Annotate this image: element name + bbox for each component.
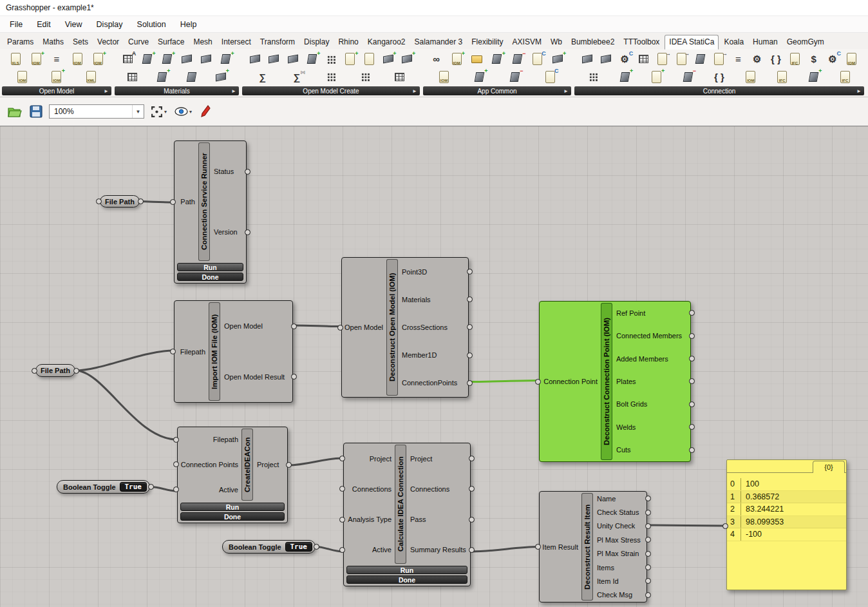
output-port-status[interactable] [245, 169, 250, 175]
output-port[interactable] [138, 198, 144, 204]
component-name-band[interactable]: Calculate IDEA Connection [395, 445, 406, 564]
link-icon[interactable]: ∞ [429, 52, 444, 67]
input-port-analysis-type[interactable] [339, 517, 345, 523]
component-calculate-idea-connection[interactable]: Project Connections Analysis Type Active… [343, 443, 471, 586]
input-port-connections[interactable] [339, 486, 345, 492]
iom-doc-icon[interactable]: IOM+ [449, 52, 464, 67]
tab-curve[interactable]: Curve [124, 35, 153, 49]
doc-icon[interactable]: + [343, 52, 358, 67]
menu-help[interactable]: Help [173, 17, 204, 32]
ribbon-group-label-connection[interactable]: Connection► [574, 86, 864, 95]
iom-doc-icon[interactable]: IOM [15, 69, 30, 84]
xml-doc-icon[interactable]: XML [83, 69, 99, 84]
menu-solution[interactable]: Solution [130, 17, 173, 32]
xls-doc-icon[interactable]: XLS [8, 52, 23, 67]
iom-doc-icon[interactable]: IOM+ [90, 52, 106, 67]
tab-vector[interactable]: Vector [93, 35, 123, 49]
wire[interactable] [288, 458, 343, 465]
output-port[interactable] [689, 401, 695, 407]
group-expand-arrow-icon[interactable]: ► [856, 88, 862, 94]
list-icon[interactable]: ≡ [730, 52, 746, 67]
grid-icon[interactable]: A [120, 52, 135, 67]
group-expand-arrow-icon[interactable]: ► [412, 88, 417, 94]
tab-mesh[interactable]: Mesh [189, 35, 216, 49]
wedge-icon[interactable] [247, 52, 263, 67]
boolean-toggle-2[interactable]: Boolean Toggle True [222, 540, 316, 554]
run-button[interactable]: Run [180, 503, 285, 511]
zoom-extents-icon[interactable]: ▾ [149, 102, 168, 121]
done-button[interactable]: Done [177, 273, 243, 281]
component-name-band[interactable]: Connection Service Runner [198, 142, 210, 261]
dots-icon[interactable] [323, 69, 339, 84]
wedge-icon[interactable] [198, 52, 214, 67]
menu-file[interactable]: File [3, 17, 30, 32]
menu-display[interactable]: Display [90, 17, 130, 32]
output-port[interactable] [469, 517, 475, 523]
list-icon[interactable]: ≡ [49, 52, 64, 67]
file-path-param-2[interactable]: File Path [35, 364, 75, 377]
input-port[interactable] [32, 368, 37, 374]
ifc-doc-icon[interactable]: IFC [775, 69, 790, 84]
gear-icon[interactable]: ⚙C [825, 52, 840, 67]
tab-flexibility[interactable]: Flexibility [467, 35, 507, 49]
output-port[interactable] [645, 564, 651, 570]
canvas[interactable]: Path Connection Service Runner Status Ve… [0, 126, 868, 607]
output-port[interactable] [467, 352, 473, 358]
output-port[interactable] [467, 269, 473, 275]
output-port-connection-points[interactable] [467, 380, 473, 386]
beam-icon[interactable]: + [617, 69, 632, 84]
tab-axisvm[interactable]: AXISVM [509, 35, 545, 49]
input-port[interactable] [96, 198, 102, 204]
input-port-connection-point[interactable] [535, 379, 541, 385]
wedge-icon[interactable] [285, 52, 301, 67]
output-port[interactable] [689, 378, 695, 384]
tab-human[interactable]: Human [749, 35, 782, 49]
ifc-doc-icon[interactable]: IFC [787, 52, 802, 67]
zoom-dropdown-arrow-icon[interactable]: ▼ [132, 105, 144, 118]
doc-icon[interactable]: → [655, 52, 670, 67]
component-import-iom-file[interactable]: Filepath Import IOM File (IOM) Open Mode… [174, 300, 293, 403]
wedge-icon[interactable] [266, 52, 281, 67]
tab-wb[interactable]: Wb [547, 35, 566, 49]
output-port-open-model[interactable] [291, 323, 297, 329]
menu-view[interactable]: View [58, 17, 90, 32]
wedge-icon[interactable]: + [213, 69, 229, 84]
zoom-extents-caret-icon[interactable]: ▾ [164, 109, 167, 115]
sketch-marker-icon[interactable] [198, 102, 212, 121]
doc-icon[interactable]: C [530, 52, 545, 67]
wedge-icon[interactable] [598, 52, 614, 67]
output-port-project[interactable] [286, 462, 292, 468]
beam-icon[interactable]: + [159, 52, 175, 67]
output-port[interactable] [469, 456, 475, 461]
tab-display[interactable]: Display [300, 35, 333, 49]
dots-icon[interactable] [357, 69, 373, 84]
output-port-unity-check[interactable] [645, 523, 651, 529]
wire[interactable] [75, 351, 174, 371]
output-port[interactable] [467, 324, 473, 330]
group-expand-arrow-icon[interactable]: ► [104, 88, 109, 94]
output-port-open-model-result[interactable] [291, 374, 297, 380]
tab-rhino[interactable]: Rhino [334, 35, 362, 49]
dollar-icon[interactable]: $ [806, 52, 822, 67]
iom-doc-icon[interactable]: IOM+ [28, 52, 44, 67]
save-file-icon[interactable] [28, 102, 44, 121]
beam-icon[interactable]: + [489, 52, 505, 67]
input-port-open-model[interactable] [337, 325, 343, 331]
toggle-value[interactable]: True [120, 483, 147, 491]
panel-component[interactable]: {0} 010010.368572283.244221398.0993534-1… [726, 459, 847, 590]
iom-doc-icon[interactable]: IOM [70, 52, 85, 67]
component-name-band[interactable]: CreateIDEACon [241, 429, 253, 501]
beam-icon[interactable]: + [218, 52, 234, 67]
component-create-idea-con[interactable]: Filepath Connection Points Active Create… [177, 427, 288, 523]
input-port-active[interactable] [339, 547, 345, 553]
grid-icon[interactable] [392, 69, 407, 84]
tab-params[interactable]: Params [3, 35, 37, 49]
tab-koala[interactable]: Koala [720, 35, 748, 49]
done-button[interactable]: Done [346, 575, 467, 584]
group-expand-arrow-icon[interactable]: ► [231, 88, 236, 94]
input-port-filepath[interactable] [173, 437, 179, 443]
panel-path-tab[interactable]: {0} [813, 461, 845, 473]
output-port[interactable] [689, 447, 695, 453]
wire-connection-points[interactable] [469, 381, 539, 382]
output-port[interactable] [689, 424, 695, 430]
